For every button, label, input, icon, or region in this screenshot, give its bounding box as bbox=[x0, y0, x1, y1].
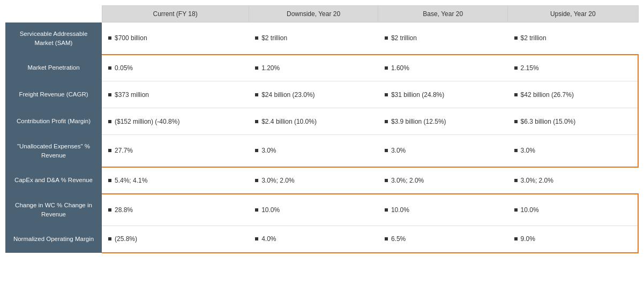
row-label-market-penetration: Market Penetration bbox=[5, 55, 102, 81]
cell-value: 4.0% bbox=[261, 235, 276, 243]
cell-value: 3.0%; 2.0% bbox=[521, 177, 553, 184]
bullet-icon bbox=[108, 237, 111, 240]
bullet-icon bbox=[255, 120, 258, 123]
cell-change-wc-col0: 28.8% bbox=[102, 194, 249, 226]
bullet-icon bbox=[514, 93, 518, 96]
cell-value: 3.0% bbox=[391, 147, 406, 154]
cell-value: (25.8%) bbox=[115, 235, 137, 243]
bullet-icon bbox=[385, 36, 388, 40]
bullet-icon bbox=[385, 208, 388, 212]
bullet-icon bbox=[514, 208, 518, 212]
cell-market-penetration-col1: 1.20% bbox=[249, 55, 378, 81]
cell-capex-col1: 3.0%; 2.0% bbox=[249, 167, 378, 194]
bullet-icon bbox=[255, 36, 258, 40]
cell-value: 1.20% bbox=[261, 64, 280, 72]
bullet-icon bbox=[108, 93, 111, 96]
bullet-icon bbox=[514, 149, 518, 152]
cell-market-penetration-col0: 0.05% bbox=[102, 55, 249, 81]
row-label-contribution-profit: Contribution Profit (Margin) bbox=[5, 108, 102, 135]
header-current: Current (FY 18) bbox=[102, 6, 249, 22]
bullet-icon bbox=[108, 120, 111, 123]
cell-value: 5.4%; 4.1% bbox=[115, 177, 147, 184]
cell-sam-col2: $2 trillion bbox=[378, 22, 508, 55]
cell-value: $700 billion bbox=[115, 34, 147, 42]
cell-value: $2.4 billion (10.0%) bbox=[261, 118, 317, 125]
cell-change-wc-col1: 10.0% bbox=[249, 194, 378, 226]
bullet-icon bbox=[108, 66, 111, 70]
cell-contribution-profit-col0: ($152 million) (-40.8%) bbox=[102, 108, 249, 135]
table-row: CapEx and D&A % Revenue5.4%; 4.1%3.0%; 2… bbox=[5, 167, 638, 194]
cell-value: $2 trillion bbox=[261, 34, 287, 42]
bullet-icon bbox=[385, 120, 388, 123]
header-base: Base, Year 20 bbox=[378, 6, 508, 22]
cell-value: 27.7% bbox=[115, 147, 133, 154]
cell-sam-col0: $700 billion bbox=[102, 22, 249, 55]
header-downside: Downside, Year 20 bbox=[249, 6, 378, 22]
cell-value: 3.0%; 2.0% bbox=[261, 177, 294, 184]
cell-normalized-operating-margin-col0: (25.8%) bbox=[102, 226, 249, 253]
cell-change-wc-col3: 10.0% bbox=[508, 194, 638, 226]
table-row: Change in WC % Change in Revenue28.8%10.… bbox=[5, 194, 638, 226]
financial-table: Current (FY 18) Downside, Year 20 Base, … bbox=[5, 5, 639, 253]
bullet-icon bbox=[514, 36, 518, 40]
table-row: Normalized Operating Margin(25.8%)4.0%6.… bbox=[5, 226, 638, 253]
cell-value: 2.15% bbox=[521, 64, 539, 72]
bullet-icon bbox=[514, 237, 518, 240]
bullet-icon bbox=[255, 179, 258, 182]
header-empty bbox=[5, 6, 102, 22]
row-label-capex: CapEx and D&A % Revenue bbox=[5, 167, 102, 194]
bullet-icon bbox=[108, 208, 111, 212]
cell-value: 9.0% bbox=[521, 235, 535, 243]
cell-freight-revenue-col3: $42 billion (26.7%) bbox=[508, 81, 638, 108]
cell-contribution-profit-col1: $2.4 billion (10.0%) bbox=[249, 108, 378, 135]
bullet-icon bbox=[514, 179, 518, 182]
bullet-icon bbox=[385, 149, 388, 152]
cell-unallocated-expenses-col2: 3.0% bbox=[378, 135, 508, 167]
cell-value: 6.5% bbox=[391, 235, 406, 243]
cell-value: 0.05% bbox=[115, 64, 133, 72]
bullet-icon bbox=[255, 66, 258, 70]
bullet-icon bbox=[255, 93, 258, 96]
row-label-freight-revenue: Freight Revenue (CAGR) bbox=[5, 81, 102, 108]
bullet-icon bbox=[385, 237, 388, 240]
table-row: Market Penetration0.05%1.20%1.60%2.15% bbox=[5, 55, 638, 81]
cell-value: $2 trillion bbox=[391, 34, 417, 42]
bullet-icon bbox=[514, 66, 518, 70]
bullet-icon bbox=[255, 149, 258, 152]
header-upside: Upside, Year 20 bbox=[508, 6, 638, 22]
cell-normalized-operating-margin-col3: 9.0% bbox=[508, 226, 638, 253]
cell-value: 3.0% bbox=[261, 147, 276, 154]
cell-value: 3.0% bbox=[521, 147, 535, 154]
table-row: Contribution Profit (Margin)($152 millio… bbox=[5, 108, 638, 135]
cell-unallocated-expenses-col1: 3.0% bbox=[249, 135, 378, 167]
cell-normalized-operating-margin-col1: 4.0% bbox=[249, 226, 378, 253]
cell-contribution-profit-col2: $3.9 billion (12.5%) bbox=[378, 108, 508, 135]
bullet-icon bbox=[514, 120, 518, 123]
cell-normalized-operating-margin-col2: 6.5% bbox=[378, 226, 508, 253]
table-row: Serviceable Addressable Market (SAM)$700… bbox=[5, 22, 638, 55]
cell-contribution-profit-col3: $6.3 billion (15.0%) bbox=[508, 108, 638, 135]
bullet-icon bbox=[385, 179, 388, 182]
cell-capex-col3: 3.0%; 2.0% bbox=[508, 167, 638, 194]
cell-sam-col1: $2 trillion bbox=[249, 22, 378, 55]
cell-freight-revenue-col2: $31 billion (24.8%) bbox=[378, 81, 508, 108]
table-row: "Unallocated Expenses" % Revenue27.7%3.0… bbox=[5, 135, 638, 167]
bullet-icon bbox=[108, 36, 111, 40]
cell-freight-revenue-col0: $373 million bbox=[102, 81, 249, 108]
cell-value: $6.3 billion (15.0%) bbox=[521, 118, 576, 125]
cell-value: 28.8% bbox=[115, 206, 133, 214]
bullet-icon bbox=[255, 237, 258, 240]
cell-change-wc-col2: 10.0% bbox=[378, 194, 508, 226]
cell-value: $3.9 billion (12.5%) bbox=[391, 118, 446, 125]
main-table-container: Current (FY 18) Downside, Year 20 Base, … bbox=[5, 5, 639, 253]
cell-value: $42 billion (26.7%) bbox=[521, 91, 574, 99]
row-label-normalized-operating-margin: Normalized Operating Margin bbox=[5, 226, 102, 253]
cell-value: 3.0%; 2.0% bbox=[391, 177, 424, 184]
cell-value: 10.0% bbox=[521, 206, 539, 214]
cell-value: 10.0% bbox=[261, 206, 280, 214]
cell-capex-col2: 3.0%; 2.0% bbox=[378, 167, 508, 194]
cell-capex-col0: 5.4%; 4.1% bbox=[102, 167, 249, 194]
row-label-change-wc: Change in WC % Change in Revenue bbox=[5, 194, 102, 226]
cell-value: $373 million bbox=[115, 91, 149, 99]
table-row: Freight Revenue (CAGR)$373 million$24 bi… bbox=[5, 81, 638, 108]
